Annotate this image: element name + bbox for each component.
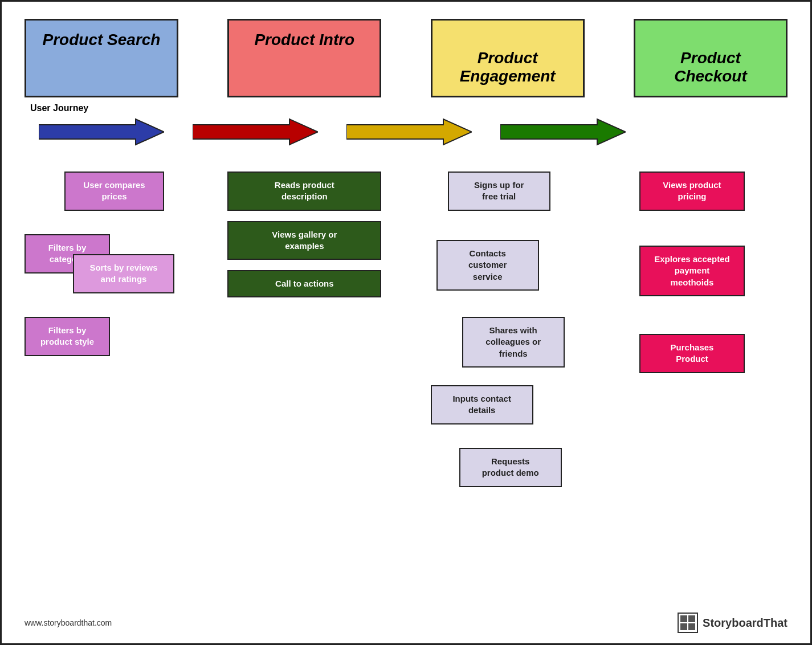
svg-marker-2 — [346, 119, 472, 145]
columns-wrapper: User compares prices Filters by category… — [25, 172, 787, 513]
card-inputs: Inputs contact details — [431, 385, 533, 424]
card-sorts: Sorts by reviews and ratings — [73, 254, 174, 293]
card-user-compares: User compares prices — [64, 172, 164, 211]
card-shares: Shares with colleagues or friends — [462, 317, 565, 368]
user-journey-label: User Journey — [30, 103, 88, 113]
arrow-checkout — [486, 116, 640, 148]
card-views-pricing: Views product pricing — [639, 172, 745, 211]
header-engagement: Product Engagement — [431, 19, 585, 97]
arrow-intro — [178, 116, 332, 148]
card-requests: Requests product demo — [459, 448, 562, 487]
arrow-engagement — [332, 116, 486, 148]
col-search: User compares prices Filters by category… — [25, 172, 178, 399]
footer: www.storyboardthat.com StoryboardThat — [25, 613, 787, 633]
svg-marker-1 — [193, 119, 318, 145]
arrow-search-icon — [39, 116, 164, 148]
svg-marker-0 — [39, 119, 164, 145]
arrow-intro-icon — [193, 116, 318, 148]
svg-marker-3 — [500, 119, 626, 145]
storyboardthat-icon — [678, 613, 698, 633]
card-signs-up: Signs up for free trial — [448, 172, 550, 211]
header-checkout: Product Checkout — [634, 19, 787, 97]
arrow-checkout-icon — [500, 116, 626, 148]
footer-url: www.storyboardthat.com — [25, 618, 112, 627]
card-contacts: Contacts customer service — [436, 240, 539, 291]
card-reads: Reads product description — [227, 172, 381, 211]
card-call-to: Call to actions — [227, 270, 381, 297]
col-intro: Reads product description Views gallery … — [227, 172, 381, 297]
arrow-engagement-icon — [346, 116, 472, 148]
header-intro: Product Intro — [227, 19, 381, 97]
arrows-row: User Journey — [25, 115, 787, 149]
headers-row: Product Search Product Intro Product Eng… — [25, 19, 787, 97]
main-container: Product Search Product Intro Product Eng… — [2, 2, 810, 643]
arrow-search — [25, 116, 178, 148]
col-engagement: Signs up for free trial Contacts custome… — [431, 172, 585, 513]
card-purchases: Purchases Product — [639, 334, 745, 373]
card-explores: Explores accepted payment meothoids — [639, 246, 745, 296]
col-checkout: Views product pricing Explores accepted … — [634, 172, 787, 456]
header-search: Product Search — [25, 19, 178, 97]
card-filters-style: Filters by product style — [25, 317, 110, 356]
footer-logo: StoryboardThat — [678, 613, 787, 633]
card-views-gallery: Views gallery or examples — [227, 221, 381, 260]
